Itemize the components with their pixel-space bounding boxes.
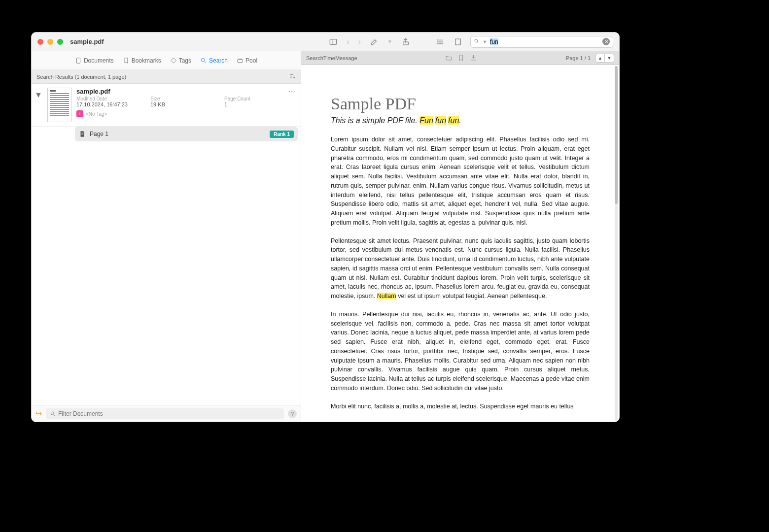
document-paragraph: In mauris. Pellentesque dui nisi, iaculi… <box>331 310 590 393</box>
result-page-label: Page 1 <box>90 131 108 137</box>
add-tag-button[interactable]: + <box>76 110 83 117</box>
document-paragraph: Morbi elit nunc, facilisis a, mollis a, … <box>331 402 590 411</box>
scrollbar-thumb[interactable] <box>615 66 618 204</box>
list-view-icon[interactable] <box>435 36 446 47</box>
svg-rect-9 <box>455 39 461 45</box>
modified-value: 17.10.2024, 16:47:23 <box>76 101 128 107</box>
window-title: sample.pdf <box>70 38 104 45</box>
download-tray-icon[interactable] <box>470 54 477 62</box>
document-title: Sample PDF <box>331 95 590 113</box>
search-results-header: Search Results (1 document, 1 page) <box>32 70 301 84</box>
modified-label: Modified Date <box>76 96 136 101</box>
svg-rect-0 <box>330 39 337 44</box>
sidebar-toggle-icon[interactable] <box>328 36 339 47</box>
page-icon <box>79 131 86 137</box>
page-next-button[interactable]: ▼ <box>605 54 614 62</box>
edit-dropdown-chevron-icon[interactable]: ▼ <box>386 39 393 44</box>
left-tabs: Documents Bookmarks Tags Search Pool <box>32 51 301 70</box>
traffic-lights <box>37 39 63 45</box>
tab-search[interactable]: Search <box>200 57 228 64</box>
document-paragraph: Lorem ipsum dolor sit amet, consectetuer… <box>331 135 590 228</box>
size-value: 19 KB <box>150 101 165 107</box>
left-pane: Documents Bookmarks Tags Search Pool Sea… <box>32 51 301 422</box>
document-subtitle: This is a simple PDF file. Fun fun fun. <box>331 116 590 125</box>
svg-point-10 <box>475 39 478 42</box>
search-icon <box>474 37 480 46</box>
nav-forward-button[interactable]: › <box>357 37 362 46</box>
close-window-button[interactable] <box>37 39 43 45</box>
result-page-row[interactable]: Page 1 Rank 1 <box>75 127 298 141</box>
pagecount-value: 1 <box>224 101 227 107</box>
rank-badge: Rank 1 <box>270 131 294 138</box>
nav-back-button[interactable]: ‹ <box>346 37 350 46</box>
svg-rect-21 <box>81 134 83 135</box>
svg-point-6 <box>437 39 438 40</box>
tab-pool[interactable]: Pool <box>237 57 257 64</box>
clear-search-button[interactable]: ✕ <box>602 38 610 45</box>
svg-rect-15 <box>238 59 243 62</box>
document-thumbnail <box>47 88 71 122</box>
minimize-window-button[interactable] <box>47 39 53 45</box>
document-view[interactable]: Sample PDF This is a simple PDF file. Fu… <box>301 65 619 422</box>
svg-rect-12 <box>76 58 80 63</box>
svg-line-11 <box>478 42 479 43</box>
document-paragraph: Pellentesque sit amet lectus. Praesent p… <box>331 236 590 301</box>
search-time-message: SearchTimeMessage <box>306 55 357 61</box>
help-button[interactable]: ? <box>288 409 297 418</box>
svg-point-22 <box>51 412 54 415</box>
pagecount-label: Page Count <box>224 96 283 101</box>
edit-icon[interactable] <box>369 36 380 47</box>
titlebar: sample.pdf ‹ › ▼ ▼ fun ✕ <box>32 33 619 51</box>
share-icon[interactable] <box>400 36 411 47</box>
document-subbar: SearchTimeMessage Page 1 / 1 ▲ ▼ <box>301 51 619 65</box>
filter-search-icon <box>50 411 56 417</box>
tab-bookmarks[interactable]: Bookmarks <box>123 57 161 64</box>
left-footer: ↪ ? <box>32 405 301 422</box>
tab-documents[interactable]: Documents <box>75 57 114 64</box>
reveal-arrow-icon[interactable]: ↪ <box>35 409 42 418</box>
right-pane: SearchTimeMessage Page 1 / 1 ▲ ▼ Sample … <box>301 51 619 422</box>
filter-documents-input[interactable] <box>46 408 284 419</box>
page-indicator: Page 1 / 1 <box>566 55 591 61</box>
svg-point-8 <box>437 43 438 44</box>
bookmark-icon[interactable] <box>457 54 465 62</box>
size-label: Size <box>150 96 210 101</box>
page-prev-button[interactable]: ▲ <box>596 54 605 62</box>
result-row[interactable]: ▼ sample.pdf Modified Date17.10.2024, 16… <box>32 84 301 127</box>
no-tag-label: <No Tag> <box>86 111 107 117</box>
sort-button[interactable] <box>289 73 296 81</box>
page-nav-buttons: ▲ ▼ <box>595 54 614 63</box>
result-filename: sample.pdf <box>76 88 283 95</box>
filter-input[interactable] <box>58 410 280 417</box>
reveal-folder-icon[interactable] <box>445 54 453 62</box>
search-scope-chevron-icon[interactable]: ▼ <box>482 39 488 44</box>
search-value: fun <box>490 38 498 45</box>
svg-rect-19 <box>81 133 83 133</box>
svg-point-7 <box>437 41 438 42</box>
tab-tags[interactable]: Tags <box>170 57 191 64</box>
svg-line-23 <box>54 414 55 416</box>
fullscreen-window-button[interactable] <box>57 39 63 45</box>
search-results-count: Search Results (1 document, 1 page) <box>36 74 126 80</box>
search-field[interactable]: ▼ fun ✕ <box>470 36 613 48</box>
svg-rect-20 <box>81 133 83 134</box>
svg-point-13 <box>201 58 205 62</box>
expand-chevron-icon[interactable]: ▼ <box>35 88 42 122</box>
svg-line-14 <box>205 61 206 63</box>
page-view-icon[interactable] <box>453 36 463 47</box>
app-window: sample.pdf ‹ › ▼ ▼ fun ✕ Documents Book <box>31 32 620 422</box>
result-more-button[interactable]: ⋯ <box>288 88 296 122</box>
